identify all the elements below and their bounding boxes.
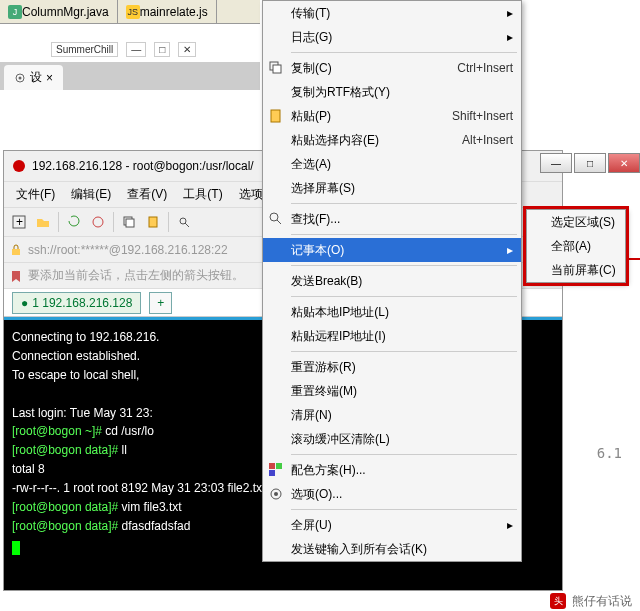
open-button[interactable] xyxy=(32,211,54,233)
svg-point-15 xyxy=(270,213,278,221)
menu-view[interactable]: 查看(V) xyxy=(121,184,173,205)
submenu-select-region[interactable]: 选定区域(S) xyxy=(527,210,625,234)
search-icon xyxy=(268,211,284,227)
window-controls: — □ ✕ xyxy=(540,153,640,173)
minimize-button[interactable]: — xyxy=(540,153,572,173)
svg-line-10 xyxy=(185,223,189,227)
notepad-submenu: 选定区域(S) 全部(A) 当前屏幕(C) xyxy=(526,209,626,283)
menu-reset-cursor[interactable]: 重置游标(R) xyxy=(263,355,521,379)
svg-rect-17 xyxy=(269,463,275,469)
find-button[interactable] xyxy=(173,211,195,233)
menu-transport[interactable]: 传输(T)▸ xyxy=(263,1,521,25)
menu-edit[interactable]: 编辑(E) xyxy=(65,184,117,205)
toutiao-icon: 头 xyxy=(550,593,566,609)
menu-fullscreen[interactable]: 全屏(U)▸ xyxy=(263,513,521,537)
copy-icon xyxy=(268,60,284,76)
menu-color-scheme[interactable]: 配色方案(H)... xyxy=(263,458,521,482)
separator xyxy=(113,212,114,232)
maximize-icon[interactable]: □ xyxy=(154,42,170,57)
bookmark-icon[interactable] xyxy=(10,270,22,282)
svg-rect-11 xyxy=(12,249,20,255)
copy-button[interactable] xyxy=(118,211,140,233)
browser-tabstrip: 设 × xyxy=(0,62,260,90)
menu-paste[interactable]: 粘贴(P)Shift+Insert xyxy=(263,104,521,128)
tab-label: mainrelate.js xyxy=(140,5,208,19)
svg-rect-7 xyxy=(126,219,134,227)
minimize-icon[interactable]: — xyxy=(126,42,146,57)
watermark: 头 熊仔有话说 xyxy=(0,591,640,611)
separator xyxy=(291,52,517,53)
svg-point-21 xyxy=(274,492,278,496)
separator xyxy=(291,454,517,455)
disconnect-button[interactable] xyxy=(87,211,109,233)
menu-select-all[interactable]: 全选(A) xyxy=(263,152,521,176)
menu-paste-remote-ip[interactable]: 粘贴远程IP地址(I) xyxy=(263,324,521,348)
menu-notepad[interactable]: 记事本(O)▸ xyxy=(263,238,521,262)
reconnect-button[interactable] xyxy=(63,211,85,233)
submenu-current-screen[interactable]: 当前屏幕(C) xyxy=(527,258,625,282)
menu-options[interactable]: 选项(O)... xyxy=(263,482,521,506)
new-session-button[interactable]: + xyxy=(8,211,30,233)
svg-point-1 xyxy=(19,76,22,79)
browser-tab-label: 设 xyxy=(30,69,42,86)
menu-find[interactable]: 查找(F)... xyxy=(263,207,521,231)
context-menu: 传输(T)▸ 日志(G)▸ 复制(C)Ctrl+Insert 复制为RTF格式(… xyxy=(262,0,522,562)
menu-clear-scrollback[interactable]: 滚动缓冲区清除(L) xyxy=(263,427,521,451)
tab-close-icon[interactable]: × xyxy=(46,71,53,85)
paste-button[interactable] xyxy=(142,211,164,233)
separator xyxy=(291,296,517,297)
svg-rect-8 xyxy=(149,217,157,227)
tip-text: 要添加当前会话，点击左侧的箭头按钮。 xyxy=(28,267,244,284)
svg-rect-14 xyxy=(271,110,280,122)
menu-reset-terminal[interactable]: 重置终端(M) xyxy=(263,379,521,403)
svg-point-2 xyxy=(13,160,25,172)
tab-label: ColumnMgr.java xyxy=(22,5,109,19)
svg-text:+: + xyxy=(16,215,23,229)
menu-select-screen[interactable]: 选择屏幕(S) xyxy=(263,176,521,200)
separator xyxy=(291,351,517,352)
separator xyxy=(58,212,59,232)
submenu-all[interactable]: 全部(A) xyxy=(527,234,625,258)
partial-text: 6.1 xyxy=(597,445,622,461)
palette-icon xyxy=(268,462,284,478)
session-tab-active[interactable]: ●1 192.168.216.128 xyxy=(12,292,141,314)
add-session-tab[interactable]: + xyxy=(149,292,172,314)
ssh-url[interactable]: ssh://root:******@192.168.216.128:22 xyxy=(28,243,228,257)
java-icon: J xyxy=(8,5,22,19)
tab-mainrelate[interactable]: JS mainrelate.js xyxy=(118,0,217,24)
svg-line-16 xyxy=(277,220,281,224)
tab-columnmgr[interactable]: J ColumnMgr.java xyxy=(0,0,118,24)
browser-tab[interactable]: 设 × xyxy=(4,65,63,90)
paste-icon xyxy=(268,108,284,124)
js-icon: JS xyxy=(126,5,140,19)
menu-paste-local-ip[interactable]: 粘贴本地IP地址(L) xyxy=(263,300,521,324)
menu-log[interactable]: 日志(G)▸ xyxy=(263,25,521,49)
menu-clear[interactable]: 清屏(N) xyxy=(263,403,521,427)
menu-tools[interactable]: 工具(T) xyxy=(177,184,228,205)
close-icon[interactable]: ✕ xyxy=(178,42,196,57)
menu-send-keys-all[interactable]: 发送键输入到所有会话(K) xyxy=(263,537,521,561)
menu-copy[interactable]: 复制(C)Ctrl+Insert xyxy=(263,56,521,80)
menu-paste-selection[interactable]: 粘贴选择内容(E)Alt+Insert xyxy=(263,128,521,152)
separator xyxy=(291,265,517,266)
svg-rect-13 xyxy=(273,65,281,73)
gear-icon xyxy=(268,486,284,502)
separator xyxy=(291,509,517,510)
svg-rect-19 xyxy=(269,470,275,476)
lock-icon xyxy=(10,244,22,256)
svg-rect-18 xyxy=(276,463,282,469)
maximize-button[interactable]: □ xyxy=(574,153,606,173)
app-icon xyxy=(12,159,26,173)
watermark-text: 熊仔有话说 xyxy=(572,593,632,610)
ide-tabs-bar: J ColumnMgr.java JS mainrelate.js xyxy=(0,0,260,24)
close-button[interactable]: ✕ xyxy=(608,153,640,173)
separator xyxy=(291,203,517,204)
menu-copy-rtf[interactable]: 复制为RTF格式(Y) xyxy=(263,80,521,104)
separator xyxy=(168,212,169,232)
menu-file[interactable]: 文件(F) xyxy=(10,184,61,205)
cursor xyxy=(12,541,20,555)
window-title: 192.168.216.128 - root@bogon:/usr/local/ xyxy=(32,159,254,173)
menu-send-break[interactable]: 发送Break(B) xyxy=(263,269,521,293)
gear-icon xyxy=(14,72,26,84)
separator xyxy=(291,234,517,235)
